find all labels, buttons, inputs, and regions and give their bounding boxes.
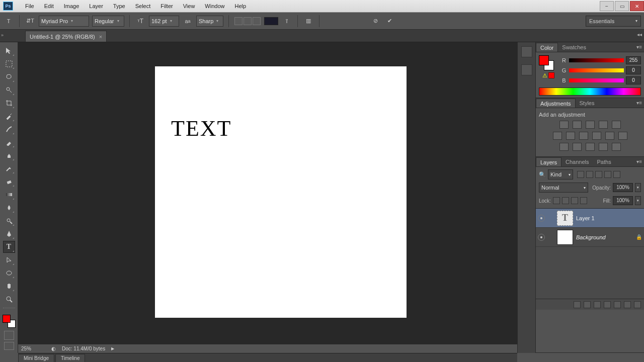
canvas-area[interactable]: TEXT 25% ◐ Doc: 11.4M/0 bytes ▶ xyxy=(18,42,517,353)
slider-b-value[interactable]: 0 xyxy=(626,76,641,84)
new-layer-button[interactable] xyxy=(624,301,631,308)
menu-layer[interactable]: Layer xyxy=(84,0,108,13)
menu-type[interactable]: Type xyxy=(108,0,130,13)
text-color-swatch[interactable] xyxy=(264,17,278,25)
zoom-level[interactable]: 25% xyxy=(21,346,45,351)
opacity-arrow[interactable]: ▾ xyxy=(635,183,641,192)
text-orientation-toggle[interactable]: ⇵T xyxy=(25,16,36,27)
tab-mini-bridge[interactable]: Mini Bridge xyxy=(18,354,54,362)
tab-timeline[interactable]: Timeline xyxy=(55,354,85,362)
closest-color-swatch[interactable] xyxy=(548,72,554,78)
fill-arrow[interactable]: ▾ xyxy=(635,196,641,205)
pen-tool[interactable] xyxy=(3,228,15,240)
character-panel-toggle[interactable]: ▥ xyxy=(303,16,314,27)
layer-item[interactable]: T Layer 1 xyxy=(536,209,644,228)
slider-b[interactable]: B 0 xyxy=(561,75,641,85)
antialias-select[interactable]: Sharp▾ xyxy=(196,16,223,27)
layer-item[interactable]: Background 🔒 xyxy=(536,228,644,247)
align-center-button[interactable] xyxy=(244,17,252,25)
blur-tool[interactable] xyxy=(3,202,15,214)
menu-filter[interactable]: Filter xyxy=(155,0,178,13)
layer-thumbnail[interactable] xyxy=(557,230,573,245)
filter-type[interactable] xyxy=(595,171,602,178)
adj-photofilter[interactable] xyxy=(592,132,601,140)
canvas-text-layer[interactable]: TEXT xyxy=(171,116,231,141)
gamut-warning-icon[interactable]: ⚠ xyxy=(542,72,547,79)
move-tool[interactable] xyxy=(3,45,15,57)
panel-menu-icon[interactable]: ▾≡ xyxy=(636,100,642,106)
screen-mode-toggle[interactable] xyxy=(4,342,14,350)
adj-brightness[interactable] xyxy=(559,121,569,129)
foreground-color[interactable] xyxy=(3,315,11,323)
filter-smart[interactable] xyxy=(613,171,620,178)
adj-colorbalance[interactable] xyxy=(566,132,575,140)
layer-name[interactable]: Layer 1 xyxy=(576,215,595,221)
filter-pixel[interactable] xyxy=(577,171,584,178)
quick-mask-toggle[interactable] xyxy=(4,331,14,340)
workspace-selector[interactable]: Essentials▾ xyxy=(586,16,641,27)
lock-transparent[interactable] xyxy=(553,197,560,204)
zoom-tool[interactable] xyxy=(3,293,15,305)
doc-info-icon[interactable]: ◐ xyxy=(51,346,56,351)
history-brush-tool[interactable] xyxy=(3,162,15,174)
visibility-toggle[interactable] xyxy=(538,215,545,222)
expand-left-icon[interactable]: » xyxy=(1,33,6,38)
adj-invert[interactable] xyxy=(559,143,569,151)
clone-stamp-tool[interactable] xyxy=(3,149,15,161)
menu-file[interactable]: File xyxy=(20,0,39,13)
lock-position[interactable] xyxy=(571,197,578,204)
adj-posterize[interactable] xyxy=(573,143,582,151)
foreground-background-colors[interactable] xyxy=(3,315,16,328)
adj-levels[interactable] xyxy=(573,121,582,129)
adj-selectivecolor[interactable] xyxy=(612,143,621,151)
filter-shape[interactable] xyxy=(604,171,611,178)
slider-g[interactable]: G 0 xyxy=(561,65,641,75)
adj-vibrance[interactable] xyxy=(612,121,621,129)
blend-mode-select[interactable]: Normal▾ xyxy=(539,183,588,193)
document-canvas[interactable]: TEXT xyxy=(155,66,407,318)
foreground-swatch[interactable] xyxy=(539,55,549,65)
menu-edit[interactable]: Edit xyxy=(39,0,59,13)
font-size-select[interactable]: 162 pt▾ xyxy=(149,16,179,27)
adjustment-layer-button[interactable] xyxy=(604,301,611,308)
minimize-button[interactable]: − xyxy=(600,1,614,11)
layer-mask-button[interactable] xyxy=(594,301,601,308)
dodge-tool[interactable] xyxy=(3,215,15,227)
document-tab[interactable]: Untitled-1 @ 25% (RGB/8) × xyxy=(25,31,107,42)
filter-adjust[interactable] xyxy=(586,171,593,178)
close-button[interactable]: ✕ xyxy=(630,1,644,11)
adj-exposure[interactable] xyxy=(599,121,608,129)
tab-swatches[interactable]: Swatches xyxy=(558,43,590,52)
marquee-tool[interactable] xyxy=(3,58,15,70)
doc-info-menu[interactable]: ▶ xyxy=(111,346,114,351)
adj-bw[interactable] xyxy=(579,132,588,140)
tab-channels[interactable]: Channels xyxy=(561,157,593,166)
type-tool[interactable]: T xyxy=(3,241,15,253)
collapse-panels-icon[interactable]: ◂◂ xyxy=(637,32,642,37)
opacity-value[interactable]: 100% xyxy=(613,183,633,192)
group-button[interactable] xyxy=(614,301,621,308)
lock-pixels[interactable] xyxy=(562,197,569,204)
slider-r-value[interactable]: 255 xyxy=(626,56,641,64)
tab-styles[interactable]: Styles xyxy=(576,99,599,108)
warp-text-button[interactable]: ĩ xyxy=(281,16,292,27)
crop-tool[interactable] xyxy=(3,97,15,109)
path-select-tool[interactable] xyxy=(3,254,15,266)
eraser-tool[interactable] xyxy=(3,175,15,188)
adj-gradientmap[interactable] xyxy=(599,143,608,151)
filter-icon[interactable]: 🔍 xyxy=(539,171,546,178)
tab-paths[interactable]: Paths xyxy=(593,157,615,166)
tab-layers[interactable]: Layers xyxy=(536,157,561,166)
lasso-tool[interactable] xyxy=(3,71,15,83)
slider-g-value[interactable]: 0 xyxy=(626,66,641,74)
slider-r[interactable]: R 255 xyxy=(561,55,641,65)
layer-thumbnail[interactable]: T xyxy=(557,211,573,226)
menu-view[interactable]: View xyxy=(178,0,200,13)
lock-all[interactable] xyxy=(580,197,587,204)
fill-value[interactable]: 100% xyxy=(613,196,633,205)
adj-colorlookup[interactable] xyxy=(618,132,627,140)
panel-menu-icon[interactable]: ▾≡ xyxy=(636,159,642,164)
hand-tool[interactable] xyxy=(3,280,15,292)
delete-layer-button[interactable] xyxy=(634,301,641,308)
menu-image[interactable]: Image xyxy=(59,0,85,13)
